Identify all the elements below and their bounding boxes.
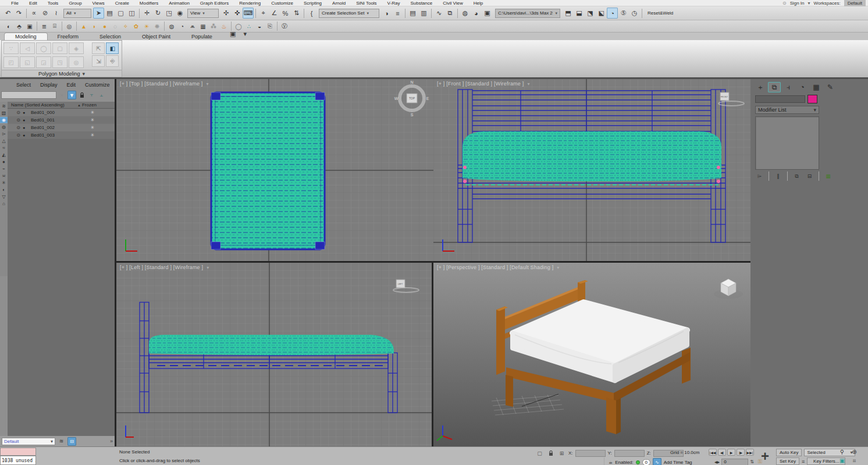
moth-icon[interactable]: ✿ — [131, 22, 141, 31]
object-name-label[interactable]: Bed01_000 — [27, 110, 81, 115]
scene-explorer-list[interactable]: Name (Sorted Ascending) ▲ Frozen ⊙●Bed01… — [8, 102, 115, 437]
sun-icon[interactable]: ☀ — [141, 22, 152, 31]
modifier-list-dropdown[interactable]: Modifier List ▾ — [755, 106, 819, 114]
mini-tool-b-icon[interactable]: ⎆ — [106, 55, 119, 67]
explorer-search-input[interactable] — [1, 91, 56, 99]
select-and-place-icon[interactable]: ◉ — [175, 8, 186, 19]
configure-modifier-sets-icon[interactable]: ▦ — [823, 171, 834, 182]
render-dot-icon[interactable]: ● — [20, 118, 27, 122]
rectangular-selection-region-icon[interactable]: ▢ — [115, 8, 126, 19]
percent-snap-icon[interactable]: % — [280, 8, 291, 19]
tab-create[interactable]: ＋ — [754, 82, 767, 92]
selection-filter-dropdown[interactable]: All▾ — [63, 9, 91, 18]
name-column-header[interactable]: Name (Sorted Ascending) — [8, 102, 77, 108]
wire-sphere-icon[interactable]: ◌ — [110, 22, 120, 31]
absolute-mode-icon[interactable]: ⊞ — [557, 449, 566, 457]
curve-editor-icon[interactable]: ∿ — [433, 8, 444, 19]
visibility-eye-icon[interactable]: ⊙ — [8, 110, 20, 115]
object-name-label[interactable]: Bed01_003 — [27, 133, 81, 138]
pie-icon[interactable]: ◔ — [177, 22, 187, 31]
render-preset-d-icon[interactable]: ⬕ — [596, 8, 607, 19]
menu-item-views[interactable]: Views — [87, 1, 110, 6]
render-five-icon[interactable]: ⑤ — [618, 8, 629, 19]
render-preset-a-icon[interactable]: ⬒ — [563, 8, 574, 19]
frozen-snowflake-icon[interactable]: ✳ — [81, 133, 104, 138]
menu-item-sini-tools[interactable]: SiNi Tools — [351, 1, 382, 6]
workspace-dropdown[interactable]: Default — [844, 0, 866, 6]
viewport-menu-arrow-icon[interactable]: ▾ — [207, 265, 209, 270]
mini-tool-a-icon[interactable]: ⇲ — [92, 55, 105, 67]
edge-mode-icon[interactable]: ◁ — [20, 42, 35, 54]
next-frame-icon[interactable]: |▶ — [737, 449, 745, 456]
lock-explorer-icon[interactable] — [77, 91, 86, 99]
tab-selection[interactable]: Selection — [89, 33, 131, 40]
snaps-toggle-icon[interactable]: ⌖ — [258, 8, 269, 19]
selection-lock-icon[interactable] — [546, 449, 555, 457]
zoom-all-icon[interactable]: ⊕ — [849, 448, 860, 456]
schematic-view-icon[interactable]: ⧉ — [444, 8, 456, 19]
clapper-icon[interactable]: ⌸ — [49, 22, 60, 31]
angle-snap-icon[interactable]: ∠ — [269, 8, 280, 19]
isolate-layer-icon[interactable]: ⊟ — [67, 437, 76, 446]
zoom-extents-all-icon[interactable]: ▣ — [837, 457, 848, 464]
edit-poly-a-icon[interactable]: ◰ — [3, 56, 19, 68]
rendered-frame-window-icon[interactable]: ▣ — [482, 8, 493, 19]
tab-display[interactable]: ▦ — [810, 82, 823, 92]
menu-item-edit[interactable]: Edit — [24, 1, 42, 6]
menu-item-arnold[interactable]: Arnold — [327, 1, 351, 6]
key-mode-toggle-icon[interactable]: ◀▶ — [714, 460, 720, 464]
viewport-front[interactable]: FRONT [+ ] [Front ] [Standard ] [Wirefra… — [433, 79, 750, 261]
x-coordinate-field[interactable] — [575, 450, 606, 457]
enabled-value-field[interactable]: 0 — [642, 459, 650, 465]
select-object-icon[interactable]: ➤ — [93, 8, 104, 19]
bind-to-spacewarp-icon[interactable]: ≀ — [51, 8, 62, 19]
sign-in-arrow-icon[interactable]: ▾ — [808, 1, 810, 6]
viewport-menu-arrow-icon[interactable]: ▾ — [207, 81, 209, 87]
explorer-row[interactable]: ⊙●Bed01_001✳ — [8, 116, 115, 124]
select-and-link-icon[interactable]: ∝ — [29, 8, 40, 19]
modifier-stack[interactable] — [755, 116, 819, 170]
cone-light-icon[interactable]: ▲ — [79, 22, 89, 31]
create-selection-set-dropdown[interactable]: Create Selection Set▾ — [319, 9, 379, 18]
macro-recorder-line[interactable] — [0, 448, 36, 456]
reset-weld-button[interactable]: Reset&Weld — [644, 10, 677, 16]
explorer-row[interactable]: ⊙●Bed01_000✳ — [8, 109, 115, 116]
visibility-eye-icon[interactable]: ⊙ — [8, 117, 20, 123]
keyboard-shortcut-override-icon[interactable]: ⌨ — [243, 8, 254, 19]
zoom-icon[interactable]: ⚲ — [837, 448, 848, 456]
render-setup-icon[interactable]: ◕ — [471, 8, 482, 19]
go-to-end-icon[interactable]: ▶▶| — [746, 449, 754, 456]
spinner-snap-icon[interactable]: ⇅ — [291, 8, 302, 19]
edit-poly-b-icon[interactable]: ◱ — [20, 56, 35, 68]
project-path-dropdown[interactable]: C:\Users\davi...\3ds Max 2021▾ — [495, 9, 560, 18]
layerbar-overflow-icon[interactable]: » — [110, 438, 113, 444]
border-mode-icon[interactable]: ◯ — [36, 42, 51, 54]
expand-hierarchy-icon[interactable]: ⫟ — [87, 91, 96, 99]
menu-item-civil-view[interactable]: Civil View — [437, 1, 468, 6]
make-unique-icon[interactable]: ⧉ — [791, 171, 802, 182]
object-name-label[interactable]: Bed01_001 — [27, 117, 81, 123]
element-mode-icon[interactable]: ◈ — [69, 42, 84, 54]
teapot-preview-icon[interactable]: ☕ — [609, 460, 613, 465]
globe-icon[interactable]: ◍ — [166, 22, 177, 31]
viewport-menu-arrow-icon[interactable]: ▾ — [527, 81, 529, 87]
object-name-field[interactable] — [755, 95, 805, 103]
snapshot-icon[interactable]: ◐ — [3, 22, 14, 31]
menu-item-select[interactable]: Select — [12, 82, 35, 88]
bed-front-mattress[interactable] — [463, 131, 721, 185]
menu-item-create[interactable]: Create — [110, 1, 134, 6]
tab-modify[interactable]: ⧉ — [768, 82, 781, 92]
grass-icon[interactable]: ⁂ — [208, 22, 219, 31]
menu-item-modifiers[interactable]: Modifiers — [134, 1, 163, 6]
toggle-layer-explorer-icon[interactable]: ▥ — [418, 8, 429, 19]
film-camera-icon[interactable]: ◎ — [64, 22, 74, 31]
viewport-perspective-label[interactable]: [+ ] [Perspective ] [Standard ] [Default… — [437, 264, 560, 270]
render-preset-c-icon[interactable]: ⬔ — [585, 8, 596, 19]
edit-poly-c-icon[interactable]: ◲ — [36, 56, 51, 68]
render-history-icon[interactable]: ◔ — [607, 8, 618, 19]
frame-spinner[interactable]: ⇅ — [750, 459, 754, 464]
render-clock-icon[interactable]: ◷ — [629, 8, 640, 19]
viewport-top-label[interactable]: [+ ] [Top ] [Standard ] [Wireframe ]▾ — [120, 81, 209, 87]
remove-modifier-icon[interactable]: ⊟ — [804, 171, 815, 182]
dome-light-icon[interactable]: ◗ — [89, 22, 99, 31]
